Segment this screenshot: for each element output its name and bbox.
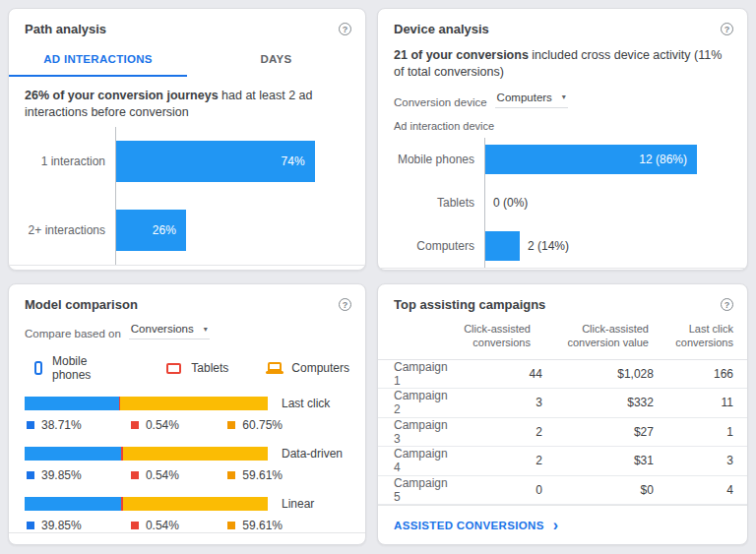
value-mobile: 39.85%: [27, 519, 131, 532]
table-row: Campaign 1 44 $1,028 166: [378, 360, 747, 390]
help-icon[interactable]: ?: [339, 23, 351, 35]
statement-bold: 21 of your conversions: [394, 48, 529, 62]
model-comparison-header: Model comparison ?: [9, 284, 365, 312]
stacked-bar-values: 39.85% 0.54% 59.61%: [27, 519, 283, 532]
cell-last-click-conversions: 1: [654, 425, 733, 439]
table-header-row: Click-assisted conversions Click-assiste…: [378, 316, 747, 360]
cell-click-assisted-conversions: 0: [448, 483, 542, 497]
bar-cell: 0 (0%): [484, 181, 731, 224]
tab-ad-interactions[interactable]: AD INTERACTIONS: [9, 44, 187, 77]
blue-square-marker: [27, 421, 34, 429]
legend-item-mobile: Mobile phones: [34, 354, 127, 382]
segment-mobile: [25, 397, 119, 410]
campaign-name: Campaign 2: [394, 389, 448, 416]
bar-mobile-phones: 12 (86%): [485, 145, 697, 174]
campaigns-table: Click-assisted conversions Click-assiste…: [378, 316, 747, 505]
value-computers: 59.61%: [227, 519, 283, 532]
stacked-bar-values: 39.85% 0.54% 59.61%: [27, 468, 283, 482]
bar-wrap: 2 (14%): [485, 231, 731, 261]
compare-based-on-label: Compare based on: [25, 328, 121, 339]
help-icon[interactable]: ?: [721, 298, 733, 311]
bar-value-label: 2 (14%): [528, 239, 569, 253]
value-label: 0.54%: [146, 519, 179, 532]
conversion-device-dropdown[interactable]: Computers ▾: [495, 92, 568, 108]
cell-click-assisted-conversion-value: $0: [542, 483, 654, 497]
help-icon[interactable]: ?: [339, 298, 351, 311]
cell-click-assisted-conversions: 2: [448, 454, 542, 467]
blue-square-marker: [27, 471, 34, 479]
yellow-square-marker: [227, 522, 235, 529]
model-label: Data-driven: [282, 447, 343, 461]
model-comparison-footer: MODEL COMPARISON›: [9, 532, 365, 545]
segment-mobile: [25, 447, 121, 461]
bar-computers: [485, 231, 520, 261]
model-comparison-chart: Last click 38.71% 0.54% 60.75% Data-driv…: [9, 382, 365, 532]
device-analysis-header: Device analysis ?: [378, 9, 747, 36]
path-analysis-tabs: AD INTERACTIONS DAYS: [9, 44, 365, 77]
legend-label: Tablets: [191, 361, 228, 375]
cell-last-click-conversions: 4: [654, 483, 733, 497]
yellow-square-marker: [227, 421, 235, 429]
bar-value-label: 74%: [282, 154, 305, 168]
bar-category-label: Computers: [378, 239, 484, 253]
table-row: Campaign 3 2 $27 1: [378, 418, 747, 448]
cell-click-assisted-conversion-value: $1,028: [542, 367, 654, 381]
legend-label: Computers: [291, 361, 349, 375]
chevron-right-icon: ›: [553, 521, 559, 530]
bar-value-label: 26%: [153, 223, 176, 237]
stacked-bar: [25, 397, 268, 410]
top-assisting-campaigns-card: Top assisting campaigns ? Click-assisted…: [377, 283, 748, 545]
dropdown-value: Computers: [497, 92, 552, 103]
bar-cell: 2 (14%): [484, 224, 731, 268]
bar-category-label: Mobile phones: [378, 153, 484, 166]
cell-click-assisted-conversion-value: $27: [542, 425, 654, 439]
cell-click-assisted-conversion-value: $332: [542, 396, 654, 409]
table-row: Campaign 2 3 $332 11: [378, 389, 747, 418]
cell-last-click-conversions: 11: [654, 396, 733, 409]
compare-based-on-dropdown[interactable]: Conversions ▾: [129, 323, 210, 339]
model-comparison-title: Model comparison: [25, 297, 138, 312]
value-computers: 59.61%: [227, 468, 283, 482]
legend-item-computers: Computers: [268, 361, 349, 375]
column-header-click-assisted-conversion-value[interactable]: Click-assisted conversion value: [531, 322, 649, 350]
bar-cell: 12 (86%): [484, 138, 731, 181]
dashboard-grid: Path analysis ? AD INTERACTIONS DAYS 26%…: [0, 0, 756, 554]
ad-interaction-device-caption: Ad interaction device: [378, 108, 747, 132]
value-label: 0.54%: [146, 418, 179, 432]
mobile-phone-icon: [34, 361, 42, 375]
stacked-bar-row-linear: Linear: [25, 497, 349, 511]
dropdown-value: Conversions: [131, 323, 194, 335]
path-analysis-chart: 1 interaction 74% 2+ interactions 26%: [9, 127, 349, 265]
path-analysis-statement: 26% of your conversion journeys had at l…: [9, 77, 365, 121]
bar-2plus-interactions: 26%: [116, 210, 186, 251]
bar-value-label: 12 (86%): [639, 153, 687, 166]
assisted-conversions-link[interactable]: ASSISTED CONVERSIONS›: [394, 520, 558, 531]
segment-computers: [120, 397, 268, 410]
device-legend: Mobile phones Tablets Computers: [9, 339, 365, 382]
help-icon[interactable]: ?: [721, 23, 733, 35]
laptop-icon: [268, 362, 282, 371]
campaign-name: Campaign 5: [394, 476, 448, 504]
cell-last-click-conversions: 3: [654, 454, 733, 467]
cell-click-assisted-conversions: 3: [448, 396, 542, 409]
caret-down-icon: ▾: [204, 325, 208, 334]
tablet-icon: [166, 363, 181, 374]
tab-days[interactable]: DAYS: [187, 44, 365, 77]
cell-click-assisted-conversions: 2: [448, 425, 542, 439]
yellow-square-marker: [227, 471, 235, 479]
bar-wrap: 26%: [116, 210, 349, 251]
stacked-bar-values: 38.71% 0.54% 60.75%: [27, 418, 283, 432]
path-analysis-header: Path analysis ?: [9, 9, 365, 36]
value-label: 38.71%: [41, 418, 82, 432]
segment-computers: [123, 447, 268, 461]
value-tablets: 0.54%: [131, 519, 227, 532]
bar-category-label: Tablets: [378, 196, 484, 210]
stacked-bar: [25, 497, 268, 511]
path-analysis-footer: PATH METRICS›: [9, 265, 365, 271]
value-label: 59.61%: [242, 519, 283, 532]
column-header-click-assisted-conversions[interactable]: Click-assisted conversions: [430, 322, 531, 350]
column-header-last-click-conversions[interactable]: Last click conversions: [649, 322, 733, 350]
bar-wrap: 0 (0%): [485, 188, 731, 217]
table-row: Campaign 4 2 $31 3: [378, 447, 747, 476]
bar-wrap: 12 (86%): [485, 145, 731, 174]
